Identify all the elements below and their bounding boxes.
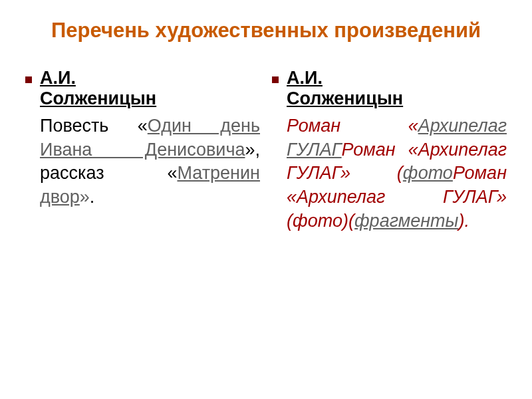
right-column: А.И. Солженицын Роман «Архипелаг ГУЛАГРо… bbox=[272, 68, 507, 233]
author-text: А.И. bbox=[40, 68, 76, 88]
columns-container: А.И. Солженицын Повесть «Один день Ивана… bbox=[25, 68, 507, 233]
work-link-fragments[interactable]: фрагменты bbox=[354, 211, 458, 231]
text-plain: . bbox=[90, 187, 95, 207]
page-title: Перечень художественных произведений bbox=[25, 19, 507, 43]
text-plain: » bbox=[80, 187, 90, 207]
left-column: А.И. Солженицын Повесть «Один день Ивана… bbox=[25, 68, 260, 233]
author-left: А.И. Солженицын bbox=[40, 68, 156, 109]
author-right: А.И. Солженицын bbox=[287, 68, 403, 109]
text-plain: « bbox=[408, 116, 418, 136]
work-link-photo[interactable]: фото bbox=[403, 163, 453, 183]
author-text: Солженицын bbox=[287, 88, 403, 108]
works-right: Роман «Архипелаг ГУЛАГРоман «Архипелаг Г… bbox=[287, 114, 507, 233]
text-red: ). bbox=[458, 211, 469, 231]
author-text: А.И. bbox=[287, 68, 323, 88]
author-text: Солженицын bbox=[40, 88, 156, 108]
list-item: А.И. Солженицын bbox=[25, 68, 260, 109]
list-item: А.И. Солженицын bbox=[272, 68, 507, 109]
bullet-icon bbox=[25, 76, 32, 83]
bullet-icon bbox=[272, 76, 279, 83]
text-roman: Роман bbox=[287, 114, 341, 138]
works-left: Повесть «Один день Ивана Денисовича», ра… bbox=[40, 114, 260, 209]
text-plain: Повесть « bbox=[40, 116, 148, 136]
